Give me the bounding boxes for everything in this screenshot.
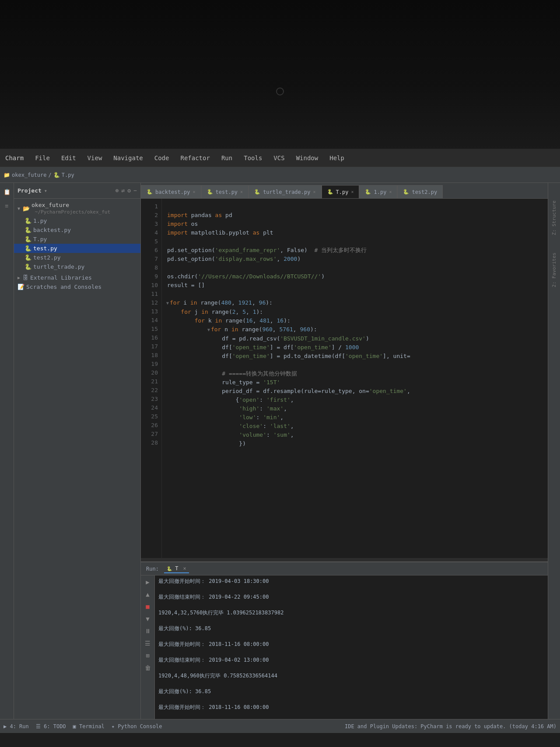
sync-icon[interactable]: ⊕ xyxy=(116,187,119,194)
status-python-console[interactable]: ✦ Python Console xyxy=(112,723,162,729)
code-line-11: ▼for i in range(480, 1921, 96): xyxy=(167,299,273,306)
project-sidebar: Project ▾ ⊕ ⇄ ⚙ − ▼ 📂 okex_future ~/Pych… xyxy=(14,183,141,719)
run-tab-close[interactable]: × xyxy=(183,565,186,572)
breadcrumb-folder-icon: 📁 xyxy=(4,172,10,178)
strip-structure-btn[interactable]: ≡ xyxy=(1,200,13,212)
code-line-6: pd.set_option('display.max_rows', 2000) xyxy=(167,256,301,262)
run-tab-name: T xyxy=(175,565,178,572)
tab-turtle[interactable]: 🐍 turtle_trade.py × xyxy=(248,185,321,198)
tab-label: backtest.py xyxy=(155,189,190,195)
tab-test2[interactable]: 🐍 test2.py xyxy=(397,185,443,198)
tree-file-1py[interactable]: 🐍 1.py xyxy=(14,216,140,225)
menu-view[interactable]: View xyxy=(86,154,104,162)
tree-file-test2[interactable]: 🐍 test2.py xyxy=(14,253,140,262)
code-line-19: # =====转换为其他分钟数据 xyxy=(167,370,297,377)
right-strip: Z: Structure 2: Favorites xyxy=(548,183,560,719)
menu-vcs[interactable]: VCS xyxy=(272,154,286,162)
code-line-21: period_df = df.resample(rule=rule_type, … xyxy=(167,388,410,394)
tree-file-T[interactable]: 🐍 T.py xyxy=(14,235,140,244)
menu-file[interactable]: File xyxy=(33,154,52,162)
tree-file-test[interactable]: 🐍 test.py xyxy=(14,244,140,253)
gear-icon[interactable]: ⚙ xyxy=(127,187,131,194)
menu-code[interactable]: Code xyxy=(153,154,171,162)
code-line-24: 'low': 'min', xyxy=(167,414,284,421)
code-line-25: 'close': 'last', xyxy=(167,423,294,429)
run-trash-btn[interactable]: 🗑 xyxy=(143,663,153,673)
tab-backtest[interactable]: 🐍 backtest.py × xyxy=(141,185,201,198)
tree-file-label: turtle_trade.py xyxy=(33,263,84,270)
run-pause-btn[interactable]: ⏸ xyxy=(143,626,153,636)
toolbar: 📁 okex_future / 🐍 T.py xyxy=(0,167,560,183)
sidebar-header: Project ▾ ⊕ ⇄ ⚙ − xyxy=(14,183,140,199)
minimize-icon[interactable]: − xyxy=(133,187,137,194)
ext-libs-icon: 🗄 xyxy=(23,274,28,281)
menu-refactor[interactable]: Refactor xyxy=(178,154,211,162)
menu-help[interactable]: Help xyxy=(328,154,346,162)
scratches-label: Scratches and Consoles xyxy=(26,284,102,290)
editor-tabs: 🐍 backtest.py × 🐍 test.py × 🐍 turtle_tra… xyxy=(141,183,548,199)
code-line-5: pd.set_option('expand_frame_repr', False… xyxy=(167,247,367,253)
horizontal-scrollbar[interactable] xyxy=(141,558,548,561)
tab-close[interactable]: × xyxy=(389,189,392,194)
menu-tools[interactable]: Tools xyxy=(242,154,264,162)
tree-file-turtle[interactable]: 🐍 turtle_trade.py xyxy=(14,262,140,271)
editor-area: 🐍 backtest.py × 🐍 test.py × 🐍 turtle_tra… xyxy=(141,183,548,719)
menu-navigate[interactable]: Navigate xyxy=(112,154,144,162)
menu-charm[interactable]: Charm xyxy=(4,154,25,162)
code-line-18 xyxy=(167,361,171,368)
code-line-7 xyxy=(167,264,171,271)
right-strip-structure[interactable]: Z: Structure xyxy=(551,200,557,235)
tree-root-label: okex_future ~/PycharmProjects/okex_fut xyxy=(32,202,137,215)
run-down-btn[interactable]: ▼ xyxy=(143,614,153,624)
tab-close[interactable]: × xyxy=(351,189,354,194)
breadcrumb-project[interactable]: okex_future xyxy=(12,172,46,178)
sidebar-dropdown-arrow[interactable]: ▾ xyxy=(44,188,47,194)
code-line-1: import pandas as pd xyxy=(167,212,232,218)
code-editor[interactable]: import pandas as pd import os import mat… xyxy=(162,199,548,558)
code-line-8: os.chdir('//Users//mac//Downloads//BTCUS… xyxy=(167,273,325,280)
tab-test[interactable]: 🐍 test.py × xyxy=(201,185,249,198)
strip-project-btn[interactable]: 📋 xyxy=(1,186,13,198)
breadcrumb-file[interactable]: T.py xyxy=(62,172,74,178)
collapse-icon[interactable]: ⇄ xyxy=(122,187,125,194)
run-restart-btn[interactable]: ▶ xyxy=(143,577,153,587)
py-icon: 🐍 xyxy=(147,189,153,195)
status-update-msg[interactable]: IDE and Plugin Updates: PyCharm is ready… xyxy=(345,723,556,729)
status-run[interactable]: ▶ 4: Run xyxy=(4,723,29,729)
tab-close[interactable]: × xyxy=(192,189,195,194)
menu-run[interactable]: Run xyxy=(220,154,234,162)
tab-1py[interactable]: 🐍 1.py × xyxy=(359,185,397,198)
menu-edit[interactable]: Edit xyxy=(60,154,78,162)
py-icon: 🐍 xyxy=(403,189,409,195)
tab-label: test2.py xyxy=(412,189,437,195)
tree-file-label: test2.py xyxy=(33,254,61,261)
tree-item-root[interactable]: ▼ 📂 okex_future ~/PycharmProjects/okex_f… xyxy=(14,200,140,216)
code-line-28 xyxy=(167,449,171,456)
status-todo[interactable]: ☰ 6: TODO xyxy=(36,723,66,729)
status-left: ▶ 4: Run ☰ 6: TODO ▣ Terminal ✦ Python C… xyxy=(4,723,162,729)
tree-file-backtest[interactable]: 🐍 backtest.py xyxy=(14,225,140,235)
run-output-line: 最大回撤结束时间： 2019-04-22 09:45:00 xyxy=(158,593,544,601)
tab-close[interactable]: × xyxy=(313,189,316,194)
status-terminal[interactable]: ▣ Terminal xyxy=(73,723,105,729)
run-grid-btn[interactable]: ⊞ xyxy=(143,651,153,660)
run-stop-btn[interactable]: ■ xyxy=(143,602,153,611)
tab-close[interactable]: × xyxy=(240,189,243,194)
py-icon: 🐍 xyxy=(365,189,371,195)
run-up-btn[interactable]: ▲ xyxy=(143,589,153,599)
run-tab-T[interactable]: 🐍 T × xyxy=(164,565,189,573)
run-lines-btn[interactable]: ☰ xyxy=(143,638,153,648)
tree-scratches[interactable]: 📝 Scratches and Consoles xyxy=(14,282,140,291)
code-line-9: result = [] xyxy=(167,282,205,288)
file-icon: 🐍 xyxy=(24,236,32,242)
py-icon: 🐍 xyxy=(207,189,213,195)
tree-ext-libs[interactable]: ▶ 🗄 External Libraries xyxy=(14,273,140,282)
tree-file-label: 1.py xyxy=(33,217,47,224)
tab-label: 1.py xyxy=(374,189,386,195)
line-numbers: 1234 5678 9101112 13141516 17181920 2122… xyxy=(141,199,162,558)
right-strip-favorites[interactable]: 2: Favorites xyxy=(551,253,557,287)
code-line-22: {'open': 'first', xyxy=(167,396,294,403)
tab-T[interactable]: 🐍 T.py × xyxy=(322,185,360,198)
run-tab-bar: Run: 🐍 T × xyxy=(141,562,548,575)
menu-window[interactable]: Window xyxy=(294,154,320,162)
